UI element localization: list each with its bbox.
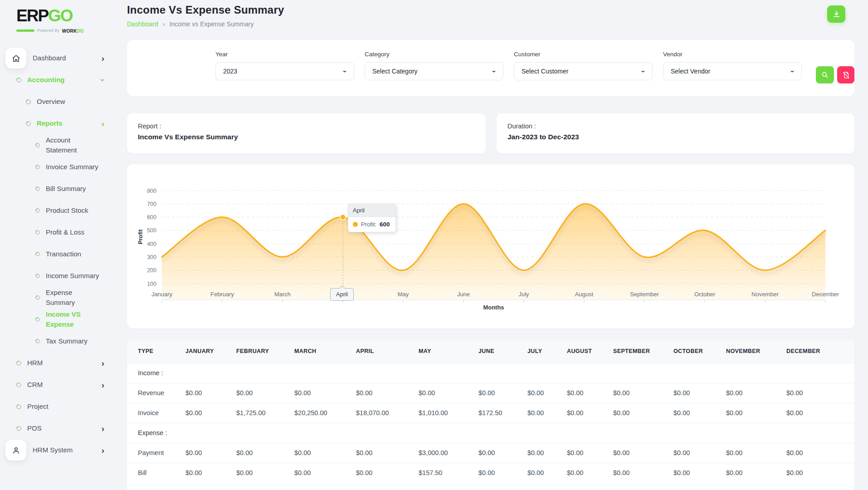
amount-cell: $0.00 [670,403,722,423]
x-tick-label: October [694,291,716,298]
table-header-cell: JANUARY [182,339,233,363]
powered-by-text: Powered By [37,28,59,33]
customer-select[interactable]: Select Customer› [514,62,653,80]
amount-cell: $0.00 [233,463,291,483]
vendor-select-label: Vendor [663,51,802,58]
sidebar-item-income-vs-expense[interactable]: Income VS Expense [0,309,117,330]
chevron-down-icon: › [789,70,797,73]
vendor-select[interactable]: Select Vendor› [663,62,802,80]
sidebar-item-profit-loss[interactable]: Profit & Loss [0,221,117,243]
row-type-cell: Bill [127,463,182,483]
breadcrumb-dashboard-link[interactable]: Dashboard [127,20,158,28]
x-tick-label: December [812,291,839,298]
table-section-label: Expense : [127,423,854,443]
sidebar-item-reports[interactable]: Reports› [0,113,117,134]
x-tick-label: March [274,291,291,298]
bullet-ring-icon [15,403,23,410]
bullet-ring-icon [34,142,41,148]
chevron-right-icon: › [102,359,104,368]
sidebar-item-tax-summary[interactable]: Tax Summary [0,330,117,352]
sidebar-item-expense-summary[interactable]: Expense Summary [0,287,117,309]
profit-area-chart[interactable]: 800700600500400300200100JanuaryFebruaryM… [127,164,854,328]
category-select-field: CategorySelect Category› [365,51,503,80]
y-tick-label: 500 [147,227,156,234]
chevron-down-icon: › [640,70,648,73]
sidebar-item-label: Income Summary [46,271,99,281]
year-select-label: Year [215,51,354,58]
chart-tooltip: April Profit: 600 [348,204,396,232]
bullet-ring-icon [34,316,41,323]
table-header-cell: DECEMBER [783,339,854,363]
amount-cell: $0.00 [783,463,854,483]
customer-select-value: Select Customer [522,68,568,75]
table-section-label: Income : [127,363,854,383]
sidebar-item-transaction[interactable]: Transaction [0,243,117,265]
amount-cell: $172.50 [475,403,524,423]
chart-tooltip-title: April [348,204,395,217]
sidebar-item-overview[interactable]: Overview [0,91,117,113]
table-header-cell: APRIL [352,339,415,363]
x-tick-label: February [210,291,234,298]
logo-text-erp: ERP [16,6,48,25]
logo-underline-bar [16,29,34,32]
table-header-cell: TYPE [127,339,182,363]
x-tick-label: November [751,291,779,298]
sidebar-item-invoice-summary[interactable]: Invoice Summary [0,156,117,178]
report-card: Report : Income Vs Expense Summary [127,113,486,153]
sidebar-item-hrm-system[interactable]: HRM System› [0,439,117,461]
sidebar-item-label: Income VS Expense [46,309,99,329]
amount-cell: $0.00 [182,383,233,403]
download-button[interactable] [827,5,845,23]
x-tick-label: August [575,291,594,298]
amount-cell: $0.00 [352,463,415,483]
bullet-ring-icon [25,120,32,127]
table-section-row: Income : [127,363,854,383]
year-select-field: Year2023› [215,51,354,80]
search-icon [821,71,829,79]
report-value: Income Vs Expense Summary [138,133,475,141]
x-tick-label: July [518,291,529,298]
table-header-cell: SEPTEMBER [610,339,670,363]
duration-value: Jan-2023 to Dec-2023 [507,133,844,141]
amount-cell: $0.00 [610,403,670,423]
sidebar-item-income-summary[interactable]: Income Summary [0,265,117,287]
bullet-ring-icon [15,359,23,367]
sidebar-item-accounting[interactable]: Accounting› [0,69,117,91]
sidebar-item-dashboard[interactable]: Dashboard› [0,47,117,69]
year-select[interactable]: 2023› [215,62,354,80]
amount-cell: $0.00 [475,383,524,403]
sidebar-item-label: Reports [37,118,63,128]
year-select-value: 2023 [223,68,237,75]
income-expense-table: TYPEJANUARYFEBRUARYMARCHAPRILMAYJUNEJULY… [127,339,854,483]
amount-cell: $0.00 [783,443,854,463]
amount-cell: $0.00 [352,383,415,403]
x-axis-title: Months [483,304,504,311]
reset-filter-button[interactable] [837,66,854,83]
sidebar-item-product-stock[interactable]: Product Stock [0,200,117,221]
category-select[interactable]: Select Category› [365,62,503,80]
sidebar-item-account-statement[interactable]: Account Statement [0,134,117,156]
amount-cell: $0.00 [524,463,563,483]
sidebar-item-project[interactable]: Project [0,396,117,417]
profit-chart-card: 800700600500400300200100JanuaryFebruaryM… [127,164,854,328]
amount-cell: $0.00 [182,443,233,463]
y-tick-label: 200 [147,267,156,274]
amount-cell: $0.00 [783,383,854,403]
sidebar-item-hrm[interactable]: HRM› [0,352,117,374]
row-type-cell: Payment [127,443,182,463]
sidebar-item-label: Bill Summary [46,184,86,194]
amount-cell: $0.00 [610,383,670,403]
sidebar-nav: Dashboard›Accounting›OverviewReports›Acc… [0,47,117,461]
amount-cell: $18,070.00 [352,403,415,423]
amount-cell: $0.00 [563,383,610,403]
erpgo-logo[interactable]: ERPGO [16,6,117,25]
logo-text-go: GO [48,6,73,25]
search-button[interactable] [816,66,834,83]
user-icon-box [5,440,26,461]
chart-tooltip-value: 600 [380,221,390,228]
amount-cell: $0.00 [475,443,524,463]
sidebar-item-bill-summary[interactable]: Bill Summary [0,178,117,200]
area-fill [162,204,825,300]
sidebar-item-pos[interactable]: POS› [0,417,117,439]
sidebar-item-crm[interactable]: CRM› [0,374,117,396]
